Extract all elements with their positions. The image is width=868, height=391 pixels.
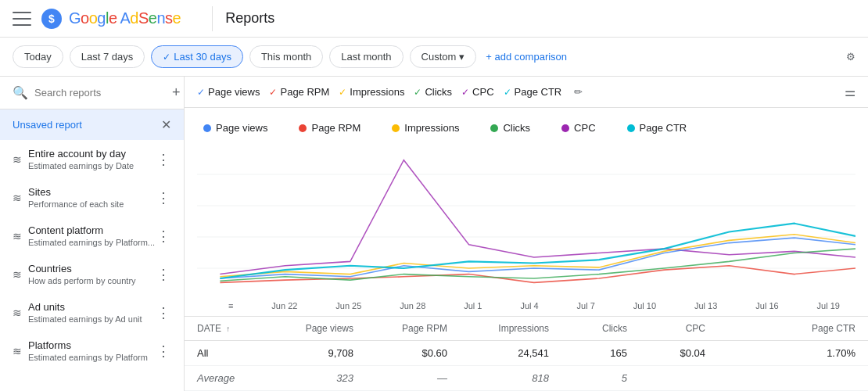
unsaved-report-label: Unsaved report bbox=[13, 119, 155, 131]
col-header-cpc[interactable]: CPC bbox=[627, 323, 705, 334]
sidebar-item-sites[interactable]: ≋ Sites Performance of each site ⋮ bbox=[0, 178, 184, 217]
table-row-average[interactable]: Average 323 — 818 5 bbox=[185, 366, 868, 391]
row-all-clicks: 165 bbox=[549, 347, 627, 359]
add-comparison-button[interactable]: + add comparison bbox=[486, 51, 567, 63]
chip-cpc[interactable]: ✓ CPC bbox=[461, 86, 493, 98]
sidebar-item-unsaved[interactable]: Unsaved report ✕ bbox=[0, 109, 184, 140]
chip-page-views[interactable]: ✓ Page views bbox=[197, 86, 260, 98]
x-label-jun22: Jun 22 bbox=[271, 301, 297, 310]
check-icon: ✓ bbox=[461, 87, 469, 98]
countries-label: Countries bbox=[28, 263, 156, 274]
sort-asc-icon: ↑ bbox=[226, 325, 230, 333]
sidebar-item-entire-account[interactable]: ≋ Entire account by day Estimated earnin… bbox=[0, 140, 184, 178]
last30-button[interactable]: ✓ Last 30 days bbox=[151, 45, 243, 68]
x-label-jun25: Jun 25 bbox=[335, 301, 361, 310]
sidebar-item-platforms[interactable]: ≋ Platforms Estimated earnings by Platfo… bbox=[0, 332, 184, 370]
data-table: DATE ↑ Page views Page RPM Impressions C… bbox=[185, 316, 868, 391]
search-icon: 🔍 bbox=[13, 85, 28, 100]
platforms-more-icon[interactable]: ⋮ bbox=[156, 343, 171, 360]
chip-impressions[interactable]: ✓ Impressions bbox=[339, 86, 404, 98]
logo: $ Google AdSense bbox=[41, 8, 181, 30]
today-button[interactable]: Today bbox=[13, 45, 63, 68]
row-all-impressions: 24,541 bbox=[447, 347, 549, 359]
add-report-icon[interactable]: + bbox=[172, 84, 181, 101]
chip-page-ctr[interactable]: ✓ Page CTR bbox=[504, 86, 562, 98]
row-all-cpc: $0.04 bbox=[627, 347, 705, 359]
x-axis: ≡ Jun 22 Jun 25 Jun 28 Jul 1 Jul 4 Jul 7… bbox=[197, 300, 855, 314]
chip-clicks[interactable]: ✓ Clicks bbox=[414, 86, 452, 98]
content-more-icon[interactable]: ⋮ bbox=[156, 228, 171, 245]
x-label-jul10: Jul 10 bbox=[633, 301, 656, 310]
row-avg-pagerpm: — bbox=[353, 372, 447, 384]
search-input[interactable] bbox=[34, 87, 166, 99]
content-platform-label: Content platform bbox=[28, 224, 156, 236]
legend-page-ctr: Page CTR bbox=[627, 122, 687, 134]
chart-legend: Page views Page RPM Impressions Clicks C… bbox=[197, 116, 855, 143]
col-header-impressions[interactable]: Impressions bbox=[447, 323, 549, 334]
chip-page-rpm[interactable]: ✓ Page RPM bbox=[269, 86, 329, 98]
x-label-jul13: Jul 13 bbox=[694, 301, 717, 310]
more-icon[interactable]: ⋮ bbox=[156, 151, 171, 168]
clicks-dot bbox=[490, 124, 498, 132]
col-header-date[interactable]: DATE ↑ bbox=[197, 323, 260, 334]
page-title: Reports bbox=[225, 10, 274, 27]
cpc-dot bbox=[561, 124, 569, 132]
svg-text:$: $ bbox=[48, 13, 55, 25]
content-area: ✓ Page views ✓ Page RPM ✓ Impressions ✓ … bbox=[185, 77, 868, 391]
custom-button[interactable]: Custom ▾ bbox=[410, 45, 477, 68]
check-icon: ✓ bbox=[504, 87, 511, 98]
unsaved-report-content: Unsaved report bbox=[13, 119, 155, 131]
settings-icon[interactable]: ⚙ bbox=[846, 51, 855, 63]
row-all-pageviews: 9,708 bbox=[260, 347, 353, 359]
col-header-pagectr[interactable]: Page CTR bbox=[705, 323, 855, 334]
hamburger-icon[interactable] bbox=[13, 9, 31, 28]
countries-icon: ≋ bbox=[13, 268, 22, 281]
last7-button[interactable]: Last 7 days bbox=[70, 45, 145, 68]
check-icon: ✓ bbox=[414, 87, 421, 98]
last-month-button[interactable]: Last month bbox=[329, 45, 403, 68]
col-header-clicks[interactable]: Clicks bbox=[549, 323, 627, 334]
legend-page-rpm: Page RPM bbox=[299, 122, 360, 134]
countries-sub: How ads perform by country bbox=[28, 276, 156, 285]
close-icon[interactable]: ✕ bbox=[161, 117, 171, 132]
top-nav: $ Google AdSense Reports bbox=[0, 0, 868, 38]
date-filter-bar: Today Last 7 days ✓ Last 30 days This mo… bbox=[0, 38, 868, 77]
sites-icon: ≋ bbox=[13, 192, 22, 204]
x-label-jul1: Jul 1 bbox=[464, 301, 482, 310]
chart-container bbox=[197, 143, 855, 300]
x-label-jul4: Jul 4 bbox=[520, 301, 538, 310]
table-row-all[interactable]: All 9,708 $0.60 24,541 165 $0.04 bbox=[185, 341, 868, 366]
row-all-pagerpm: $0.60 bbox=[353, 347, 447, 359]
x-label: ≡ bbox=[228, 301, 233, 310]
row-avg-pagectr bbox=[705, 372, 855, 384]
chart-area: Page views Page RPM Impressions Clicks C… bbox=[185, 108, 868, 316]
check-icon: ✓ bbox=[339, 87, 346, 98]
table-header: DATE ↑ Page views Page RPM Impressions C… bbox=[185, 317, 868, 341]
sidebar-item-ad-units[interactable]: ≋ Ad units Estimated earnings by Ad unit… bbox=[0, 293, 184, 332]
row-avg-cpc bbox=[627, 372, 705, 384]
x-label-jul19: Jul 19 bbox=[817, 301, 840, 310]
filter-icon[interactable]: ⚌ bbox=[845, 84, 855, 99]
ad-units-icon: ≋ bbox=[13, 307, 22, 319]
sites-more-icon[interactable]: ⋮ bbox=[156, 189, 171, 206]
ad-units-more-icon[interactable]: ⋮ bbox=[156, 304, 171, 321]
filter-chips: ✓ Page views ✓ Page RPM ✓ Impressions ✓ … bbox=[185, 77, 868, 108]
entire-account-label: Entire account by day bbox=[28, 148, 156, 160]
x-label-jun28: Jun 28 bbox=[400, 301, 425, 310]
entire-account-sub: Estimated earnings by Date bbox=[28, 161, 156, 170]
col-header-pageviews[interactable]: Page views bbox=[260, 323, 353, 334]
adsense-logo-icon: $ bbox=[41, 8, 63, 30]
legend-clicks: Clicks bbox=[490, 122, 530, 134]
this-month-button[interactable]: This month bbox=[249, 45, 323, 68]
content-platform-sub: Estimated earnings by Platform... bbox=[28, 238, 156, 247]
impressions-dot bbox=[392, 124, 400, 132]
sidebar-item-countries[interactable]: ≋ Countries How ads perform by country ⋮ bbox=[0, 255, 184, 293]
col-header-pagerpm[interactable]: Page RPM bbox=[353, 323, 447, 334]
sidebar-item-content-platform[interactable]: ≋ Content platform Estimated earnings by… bbox=[0, 217, 184, 255]
row-avg-impressions: 818 bbox=[447, 372, 549, 384]
edit-metrics-icon[interactable]: ✏ bbox=[574, 86, 583, 98]
page-views-dot bbox=[203, 124, 211, 132]
x-label-jul16: Jul 16 bbox=[755, 301, 778, 310]
countries-more-icon[interactable]: ⋮ bbox=[156, 266, 171, 283]
sidebar-search: 🔍 + bbox=[0, 77, 184, 109]
